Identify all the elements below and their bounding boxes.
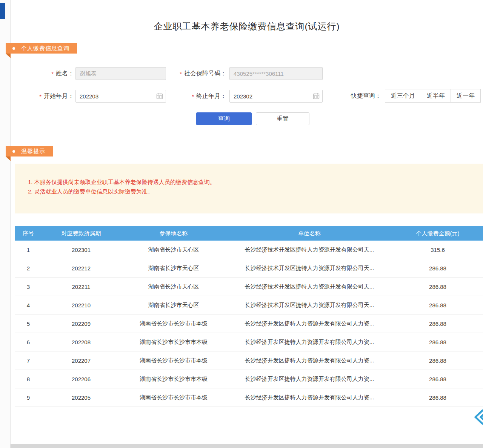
left-rail — [0, 0, 11, 448]
table-cell: 202206 — [42, 376, 121, 382]
bullet-dot-icon — [12, 150, 15, 153]
reset-button[interactable]: 重置 — [256, 112, 309, 125]
table-cell: 湖南省长沙市天心区 — [121, 246, 226, 253]
section-header-tips: 温馨提示 — [6, 146, 53, 156]
name-form-group: * 姓名： — [34, 67, 166, 80]
name-field[interactable] — [75, 67, 166, 80]
table-cell: 5 — [15, 321, 42, 327]
required-asterisk: * — [180, 71, 182, 77]
table-cell: 湖南省长沙市天心区 — [121, 283, 226, 290]
required-asterisk: * — [192, 93, 194, 100]
table-cell: 315.6 — [392, 247, 483, 253]
notice-line-1: 1. 本服务仅提供尚未领取企业职工基本养老保险待遇人员的缴费信息查询。 — [28, 177, 472, 187]
ssn-label: * 社会保障号码： — [166, 70, 226, 78]
table-cell: 长沙经济技术开发区捷特人力资源开发有限公司天... — [226, 265, 392, 272]
end-date-label: * 终止年月： — [181, 92, 226, 100]
table-cell: 286.88 — [392, 376, 483, 382]
table-cell: 202205 — [42, 394, 121, 401]
table-cell: 湖南省长沙市长沙市市本级 — [121, 320, 226, 327]
table-row: 3202211湖南省长沙市天心区长沙经济技术开发区捷特人力资源开发有限公司天..… — [15, 278, 483, 296]
quick-query-group: 快捷查询： 近三个月近半年近一年 — [351, 89, 481, 102]
name-label: * 姓名： — [34, 70, 74, 78]
table-row: 6202208湖南省长沙市长沙市市本级长沙经济开发区捷特人力资源开发有限公司人力… — [15, 333, 483, 351]
table-cell: 湖南省长沙市长沙市市本级 — [121, 394, 226, 401]
notice-line-2: 2. 灵活就业人员的缴费单位信息以实际缴费为准。 — [28, 187, 472, 196]
table-cell: 7 — [15, 357, 42, 364]
notice-box: 1. 本服务仅提供尚未领取企业职工基本养老保险待遇人员的缴费信息查询。2. 灵活… — [15, 164, 483, 213]
table-cell: 202301 — [42, 247, 121, 253]
table-row: 2202212湖南省长沙市天心区长沙经济技术开发区捷特人力资源开发有限公司天..… — [15, 259, 483, 278]
table-header-cell-3: 参保地名称 — [121, 230, 226, 237]
table-cell: 长沙经济技术开发区捷特人力资源开发有限公司天... — [226, 283, 392, 290]
section-header-query: 个人缴费信息查询 — [6, 43, 77, 54]
table-cell: 2 — [15, 265, 42, 272]
table-cell: 286.88 — [392, 302, 483, 308]
query-button[interactable]: 查询 — [196, 112, 252, 125]
table-cell: 4 — [15, 302, 42, 308]
pension-query-page: 企业职工基本养老保险缴费信息查询(试运行) 个人缴费信息查询 * 姓名： * 社… — [0, 0, 483, 448]
table-row: 1202301湖南省长沙市天心区长沙经济技术开发区捷特人力资源开发有限公司天..… — [15, 241, 483, 259]
table-header-cell-1: 序号 — [15, 230, 42, 237]
table-cell: 286.88 — [392, 357, 483, 364]
table-row: 9202205湖南省长沙市长沙市市本级长沙经济开发区捷特人力资源开发有限公司人力… — [15, 388, 483, 407]
table-cell: 202207 — [42, 357, 121, 364]
table-cell: 湖南省长沙市天心区 — [121, 302, 226, 309]
table-cell: 湖南省长沙市长沙市市本级 — [121, 376, 226, 383]
table-cell: 286.88 — [392, 321, 483, 327]
table-cell: 6 — [15, 339, 42, 345]
table-header-cell-4: 单位名称 — [226, 230, 392, 237]
table-cell: 长沙经济开发区捷特人力资源开发有限公司人力资... — [226, 394, 392, 401]
start-date-label: * 开始年月： — [30, 92, 74, 100]
table-cell: 286.88 — [392, 284, 483, 290]
quick-query-options: 近三个月近半年近一年 — [385, 89, 481, 103]
table-cell: 湖南省长沙市长沙市市本级 — [121, 339, 226, 346]
table-header-cell-5: 个人缴费金额(元) — [392, 230, 483, 237]
table-cell: 长沙经济技术开发区捷特人力资源开发有限公司天... — [226, 246, 392, 253]
page-title: 企业职工基本养老保险缴费信息查询(试运行) — [11, 20, 483, 32]
table-cell: 202212 — [42, 265, 121, 272]
start-date-form-group: * 开始年月： — [30, 90, 166, 103]
section-header-tips-label: 温馨提示 — [21, 148, 45, 155]
table-cell: 286.88 — [392, 265, 483, 272]
section-header-query-label: 个人缴费信息查询 — [21, 45, 69, 52]
quick-option-2[interactable]: 近半年 — [421, 89, 451, 103]
table-header-row: 序号对应费款所属期参保地名称单位名称个人缴费金额(元) — [15, 226, 483, 241]
table-row: 4202210湖南省长沙市天心区长沙经济技术开发区捷特人力资源开发有限公司天..… — [15, 296, 483, 315]
table-cell: 长沙经济开发区捷特人力资源开发有限公司人力资... — [226, 376, 392, 383]
table-row: 5202209湖南省长沙市长沙市市本级长沙经济开发区捷特人力资源开发有限公司人力… — [15, 315, 483, 333]
quick-option-1[interactable]: 近三个月 — [385, 89, 421, 103]
table-cell: 202211 — [42, 284, 121, 290]
table-cell: 长沙经济开发区捷特人力资源开发有限公司人力资... — [226, 320, 392, 327]
horizontal-scrollbar[interactable] — [11, 444, 483, 448]
left-rail-blue-tab — [0, 3, 5, 19]
table-cell: 长沙经济技术开发区捷特人力资源开发有限公司天... — [226, 302, 392, 309]
table-cell: 286.88 — [392, 394, 483, 401]
required-asterisk: * — [51, 71, 54, 77]
double-chevron-left-icon[interactable] — [472, 408, 483, 426]
ssn-form-group: * 社会保障号码： — [166, 67, 323, 80]
table-cell: 202208 — [42, 339, 121, 345]
start-date-field[interactable] — [75, 90, 166, 103]
ssn-field[interactable] — [229, 67, 323, 80]
table-cell: 1 — [15, 247, 42, 253]
end-date-form-group: * 终止年月： — [181, 90, 323, 103]
results-table: 序号对应费款所属期参保地名称单位名称个人缴费金额(元) 1202301湖南省长沙… — [15, 226, 483, 407]
required-asterisk: * — [39, 93, 42, 100]
table-cell: 8 — [15, 376, 42, 382]
table-cell: 9 — [15, 394, 42, 401]
table-cell: 湖南省长沙市长沙市市本级 — [121, 357, 226, 364]
table-header-cell-2: 对应费款所属期 — [42, 230, 121, 237]
quick-option-3[interactable]: 近一年 — [451, 89, 481, 103]
table-cell: 202209 — [42, 321, 121, 327]
table-cell: 3 — [15, 284, 42, 290]
table-cell: 湖南省长沙市天心区 — [121, 265, 226, 272]
table-cell: 202210 — [42, 302, 121, 308]
table-cell: 长沙经济开发区捷特人力资源开发有限公司人力资... — [226, 339, 392, 346]
table-cell: 286.88 — [392, 339, 483, 345]
table-body: 1202301湖南省长沙市天心区长沙经济技术开发区捷特人力资源开发有限公司天..… — [15, 241, 483, 407]
table-cell: 长沙经济开发区捷特人力资源开发有限公司人力资... — [226, 357, 392, 364]
end-date-field[interactable] — [229, 90, 323, 103]
quick-query-label: 快捷查询： — [351, 92, 381, 100]
table-row: 7202207湖南省长沙市长沙市市本级长沙经济开发区捷特人力资源开发有限公司人力… — [15, 351, 483, 370]
table-row: 8202206湖南省长沙市长沙市市本级长沙经济开发区捷特人力资源开发有限公司人力… — [15, 370, 483, 388]
